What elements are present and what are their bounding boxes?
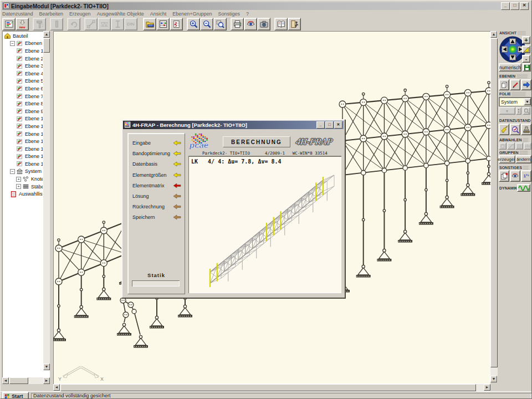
zoom-extent-button[interactable] [522,45,530,53]
tree-item-ebene-15[interactable]: Ebene 15 [3,153,43,161]
ebenen-layer-box-button[interactable] [499,79,509,90]
minimize-button[interactable]: _ [501,2,510,10]
gruppen-ndern-button[interactable]: ändern [515,155,531,163]
tree-item-ebene-11[interactable]: Ebene 11 [3,122,43,130]
dialog-step-datenbasis[interactable]: Datenbasis [132,160,181,168]
maximize-button[interactable]: □ [510,2,519,10]
menu-erzeugen[interactable]: Erzeugen [69,11,91,17]
scroll-thumb[interactable] [490,38,498,367]
zoom-in-button[interactable]: + [522,36,530,44]
sonstiges-eye-button[interactable] [510,170,520,182]
toolbar-new-button[interactable]: neu [16,18,29,30]
tree-item-bauteil[interactable]: Bauteil [3,32,43,40]
tree-item-ebenen[interactable]: −Ebenen [3,40,43,48]
menu-ausgew-hlte-objekte[interactable]: Ausgewählte Objekte [97,11,144,17]
dialog-step-elementmatrix[interactable]: Elementmatrix [132,182,181,190]
tree-item-system[interactable]: −System [3,168,43,176]
dialog-maximize-button[interactable]: □ [325,121,334,129]
collapse-icon[interactable]: − [10,169,15,174]
canvas-vertical-scrollbar[interactable]: ▲ ▼ [490,31,498,382]
zoom-out-button[interactable]: - [522,55,530,63]
sonstiges-counter-button[interactable]: 1²³ [521,170,531,182]
toolbar-zoom-in-button[interactable] [187,18,200,30]
datenzustand-clean-save-button[interactable] [499,124,509,135]
tree-item-ebene-16[interactable]: Ebene 16 [3,160,43,168]
dialog-step-eingabe[interactable]: Eingabe [132,139,181,147]
menu-bearbeiten[interactable]: Bearbeiten [39,11,64,17]
scroll-up-icon[interactable]: ▲ [490,31,497,38]
title-bar[interactable]: EingabeModul [Parkdeck2- TIO+TIIO] _ □ ✕ [2,2,530,10]
tree-vertical-scrollbar[interactable]: ▲ ▼ [43,31,50,370]
scroll-up-icon[interactable]: ▲ [43,31,50,38]
menu-sonstiges[interactable]: Sonstiges [218,11,241,17]
tree-item-ebene-8[interactable]: Ebene 8 [3,100,43,108]
menu-?[interactable]: ? [246,11,249,17]
toolbar-print-button[interactable] [231,18,244,30]
toolbar-open-project-button[interactable] [143,18,156,30]
toolbar-snapshot-button[interactable] [257,18,270,30]
expand-icon[interactable]: + [16,177,21,182]
dialog-close-button[interactable]: ✕ [334,121,342,129]
scroll-left-icon[interactable]: ◄ [53,384,60,391]
tree-item-ebene-4[interactable]: Ebene 4 [3,70,43,78]
collapse-icon[interactable]: − [10,41,15,46]
tree-horizontal-scrollbar[interactable]: ◄ ► [2,377,50,384]
tree-item-ebene-9[interactable]: Ebene 9 [3,108,43,115]
folie-select[interactable]: System ▼ [499,97,531,106]
dialog-step-speichern[interactable]: Speichern [132,213,181,221]
save-view-button[interactable] [523,63,531,71]
expand-icon[interactable]: + [16,184,21,189]
scroll-right-icon[interactable]: ► [484,384,490,391]
scroll-left-icon[interactable]: ◄ [2,377,9,384]
berechnung-dialog[interactable]: 4H-FRAP - Berechnung [Parkdeck2- TIO+TII… [121,119,345,298]
dialog-step-bandoptimierung[interactable]: Bandoptimierung [132,150,181,157]
toolbar-zoom-out-button[interactable] [200,18,213,30]
menu-ebenen-gruppen[interactable]: Ebenen+Gruppen [172,11,212,17]
canvas-horizontal-scrollbar[interactable]: ◄ ► [53,384,490,391]
scroll-thumb[interactable] [9,377,28,384]
toolbar-measure-button[interactable] [156,18,170,30]
datenzustand-check-magnifier-button[interactable] [510,124,520,135]
tree-item-st-be[interactable]: +Stäbe [3,183,43,191]
ebenen-red-pencil-button[interactable] [510,79,520,90]
tree-item-ebene-2[interactable]: Ebene 2 [3,55,43,63]
dialog-title-bar[interactable]: 4H-FRAP - Berechnung [Parkdeck2- TIO+TII… [123,121,344,129]
tree-item-ebene-12[interactable]: Ebene 12 [3,130,43,138]
tree-item-ebene-5[interactable]: Ebene 5 [3,78,43,85]
dialog-step-r-ckrechnung[interactable]: Rückrechnung [132,203,181,211]
sonstiges-copy-pages-button[interactable] [499,170,509,182]
toolbar-exit-button[interactable] [288,18,301,30]
toolbar-handbook-button[interactable] [274,18,288,30]
tree-item-ebene-7[interactable]: Ebene 7 [3,93,43,100]
datenzustand-stamp-button[interactable] [521,124,531,135]
toolbar-materials-button[interactable] [170,18,183,30]
menu-ansicht[interactable]: Ansicht [150,11,167,17]
tree-item-ebene-14[interactable]: Ebene 14 [3,145,43,153]
dropdown-arrow-icon[interactable]: ▼ [524,98,531,105]
tree-item-ebene-13[interactable]: Ebene 13 [3,137,43,145]
tree-item-ebene-10[interactable]: Ebene 10 [3,115,43,123]
toolbar-level-manager-button[interactable] [2,18,16,30]
scroll-thumb[interactable] [43,38,50,53]
tree-item-knoten[interactable]: +Knoten [3,175,43,183]
gruppen-erzeugen-button[interactable]: erzeugen [499,155,515,163]
drawing-canvas[interactable]: Y X 4H-FRAP - Berechnung [Parkdeck2- TIO… [53,31,490,384]
tree-item-ebene-3[interactable]: Ebene 3 [3,62,43,70]
dialog-step-elementgr-en[interactable]: Elementgrößen [132,171,181,179]
numerisch-button[interactable]: numerisch [499,63,521,71]
scroll-right-icon[interactable]: ► [43,377,50,384]
close-button[interactable]: ✕ [520,2,529,10]
tree-item-ebene-6[interactable]: Ebene 6 [3,85,43,93]
scroll-down-icon[interactable]: ▼ [43,364,50,370]
tree-item-auswahllist[interactable]: Auswahllist [3,190,43,198]
toolbar-zoom-window-button[interactable] [213,18,227,30]
dialog-step-l-sung[interactable]: Lösung [132,192,181,200]
scroll-thumb[interactable] [60,384,476,391]
tree-item-ebene-1[interactable]: Ebene 1 [3,47,43,55]
dynamik-button[interactable] [517,184,530,192]
toolbar-view-button[interactable] [244,18,257,30]
scroll-down-icon[interactable]: ▼ [490,376,497,382]
ebenen-blue-arrow-button[interactable] [521,79,531,90]
start-button[interactable]: Start [2,392,29,399]
menu-datenzustand[interactable]: Datenzustand [2,11,33,17]
